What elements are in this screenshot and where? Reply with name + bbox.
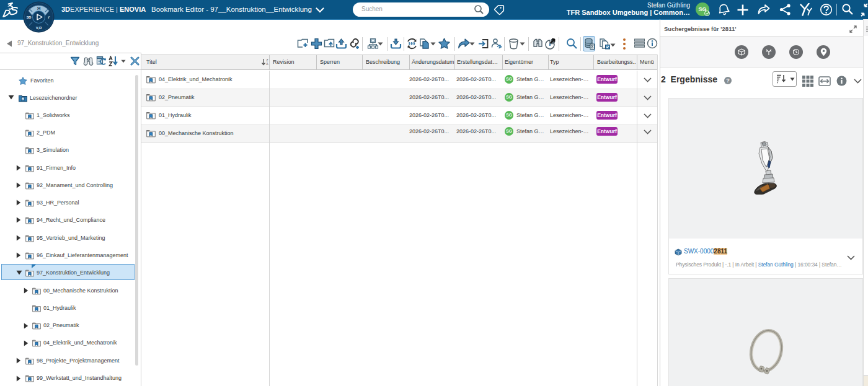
svg-text:3D: 3D [27, 15, 32, 19]
svg-text:A: A [266, 62, 268, 66]
svg-text:?: ? [726, 77, 730, 84]
svg-text:Я́: Я́ [37, 6, 41, 11]
svg-text:V,R: V,R [36, 26, 42, 30]
